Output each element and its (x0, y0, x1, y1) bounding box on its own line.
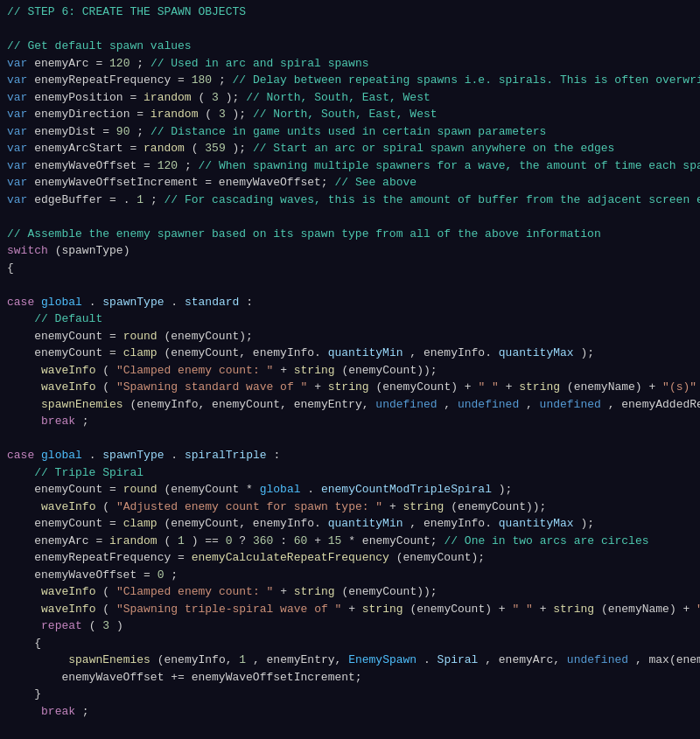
line-ec-round-spiral: enemyCount = round (enemyCount * global … (0, 481, 700, 498)
line-brace-open: { (0, 260, 700, 277)
line-ewo-zero: enemyWaveOffset = 0 ; (0, 567, 700, 584)
line-brace-repeat-open: { (0, 635, 700, 652)
line-spawnenemies-spiral: spawnEnemies (enemyInfo, 1 , enemyEntry,… (0, 652, 700, 669)
line-comment-default: // Default (0, 310, 700, 328)
line-erf-calc: enemyRepeatFrequency = enemyCalculateRep… (0, 549, 700, 567)
line-case-spiral: case global . spawnType . spiralTriple : (0, 447, 700, 464)
line-7: var enemyDirection = irandom ( 3 ); // N… (0, 106, 700, 123)
line-6: var enemyPosition = irandom ( 3 ); // No… (0, 89, 700, 107)
line-9: var enemyArcStart = random ( 359 ); // S… (0, 140, 700, 157)
line-enemycount-round: enemyCount = round (enemyCount); (0, 328, 700, 345)
line-blank-5 (0, 720, 700, 737)
line-spawnenemies-standard: spawnEnemies (enemyInfo, enemyCount, ene… (0, 396, 700, 414)
line-waveinfo-spawning-triple: waveInfo ( "Spawning triple-spiral wave … (0, 601, 700, 618)
line-ec-clamp-spiral: enemyCount = clamp (enemyCount, enemyInf… (0, 515, 700, 533)
line-4: var enemyArc = 120 ; // Used in arc and … (0, 55, 700, 73)
line-10: var enemyWaveOffset = 120 ; // When spaw… (0, 157, 700, 175)
line-3: // Get default spawn values (0, 38, 700, 55)
line-waveinfo-spawning-standard: waveInfo ( "Spawning standard wave of " … (0, 379, 700, 396)
line-8: var enemyDist = 90 ; // Distance in game… (0, 123, 700, 141)
line-11: var enemyWaveOffsetIncrement = enemyWave… (0, 174, 700, 192)
line-5: var enemyRepeatFrequency = 180 ; // Dela… (0, 72, 700, 89)
line-blank-2 (0, 208, 700, 226)
line-enemycount-clamp: enemyCount = clamp (enemyCount, enemyInf… (0, 345, 700, 362)
line-12: var edgeBuffer = . 1 ; // For cascading … (0, 192, 700, 209)
line-ewo-increment: enemyWaveOffset += enemyWaveOffsetIncrem… (0, 669, 700, 687)
code-editor: // STEP 6: CREATE THE SPAWN OBJECTS // G… (0, 0, 700, 739)
line-break-standard: break ; (0, 413, 700, 430)
line-waveinfo-adj-spiral: waveInfo ( "Adjusted enemy count for spa… (0, 498, 700, 516)
line-1: // STEP 6: CREATE THE SPAWN OBJECTS (0, 3, 700, 21)
line-brace-repeat-close: } (0, 686, 700, 703)
line-comment-assemble: // Assemble the enemy spawner based on i… (0, 226, 700, 243)
line-blank-3 (0, 276, 700, 294)
line-blank-4 (0, 430, 700, 448)
line-switch: switch (spawnType) (0, 242, 700, 260)
line-waveinfo-clamped: waveInfo ( "Clamped enemy count: " + str… (0, 362, 700, 380)
line-enemyarc-ternary: enemyArc = irandom ( 1 ) == 0 ? 360 : 60… (0, 533, 700, 550)
line-case-standard: case global . spawnType . standard : (0, 294, 700, 311)
line-break-spiral: break ; (0, 703, 700, 721)
line-waveinfo-clamped-spiral: waveInfo ( "Clamped enemy count: " + str… (0, 583, 700, 601)
line-blank-1 (0, 21, 700, 38)
line-comment-triple: // Triple Spiral (0, 464, 700, 482)
line-repeat: repeat ( 3 ) (0, 617, 700, 635)
